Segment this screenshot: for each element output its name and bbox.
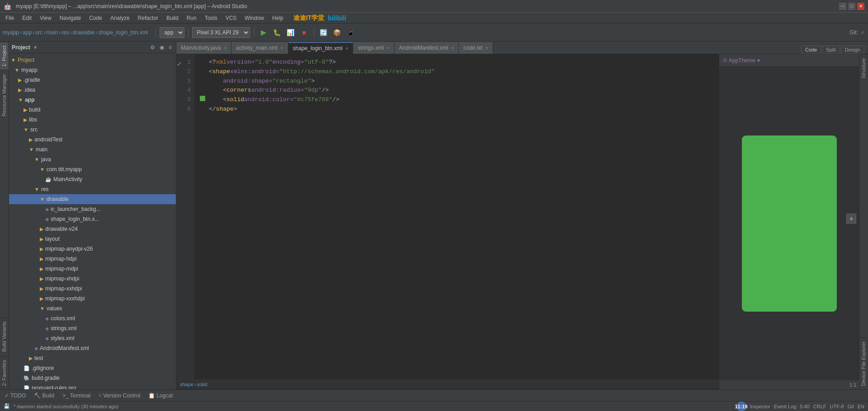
menu-navigate[interactable]: Navigate [56, 14, 85, 22]
tree-mipmap-mdpi[interactable]: ▶ mipmap-mdpi [9, 264, 176, 274]
tab-code[interactable]: code.txt × [459, 42, 493, 54]
tab-mainactivity[interactable]: MainActivity.java × [176, 42, 231, 54]
scope-button[interactable]: ◉ [158, 44, 165, 51]
avd-button[interactable]: 📱 [345, 27, 357, 38]
bc-app[interactable]: app [23, 29, 32, 36]
tab-androidmanifest[interactable]: AndroidManifest.xml × [395, 42, 459, 54]
menu-analyze[interactable]: Analyze [107, 14, 133, 22]
tree-libs[interactable]: ▶ libs [9, 115, 176, 125]
tab-close-strings[interactable]: × [387, 46, 390, 51]
tree-gitignore-app[interactable]: 📄 .gitignore [9, 363, 176, 373]
tree-ic-launcher[interactable]: ◈ ic_launcher_backg... [9, 204, 176, 214]
minimize-button[interactable]: ─ [839, 3, 846, 10]
tree-build-gradle[interactable]: 🐘 build.gradle [9, 373, 176, 383]
tab-activity-main[interactable]: activity_main.xml × [231, 42, 288, 54]
tree-mipmap-hdpi[interactable]: ▶ mipmap-hdpi [9, 254, 176, 264]
tree-drawable[interactable]: ▼ drawable [9, 194, 176, 204]
side-tab-structure[interactable]: Structure [859, 54, 868, 82]
tree-proguard[interactable]: 📄 proguard-rules.pro [9, 383, 176, 389]
menu-file[interactable]: File [2, 14, 18, 22]
zoom-in-button[interactable]: + [846, 214, 856, 224]
tab-close-mainactivity[interactable]: × [224, 46, 226, 51]
menu-code[interactable]: Code [85, 14, 106, 22]
bc-drawable[interactable]: drawable [73, 29, 95, 36]
notification-badge[interactable]: 11:19 [736, 402, 746, 411]
menu-tools[interactable]: Tools [201, 14, 221, 22]
sdk-button[interactable]: 📦 [331, 27, 343, 38]
tree-drawable-v24[interactable]: ▶ drawable-v24 [9, 224, 176, 234]
tab-shape-login[interactable]: shape_login_btn.xml × [288, 42, 354, 54]
tree-mainactivity[interactable]: ☕ MainActivity [9, 174, 176, 184]
side-tab-favorites[interactable]: 2: Favorites [0, 356, 9, 389]
code-view-button[interactable]: Code [801, 46, 821, 54]
close-button[interactable]: ✕ [857, 3, 864, 10]
bc-src[interactable]: src [35, 29, 42, 36]
run-button[interactable]: ▶ [258, 27, 269, 38]
tree-build[interactable]: ▶ build [9, 105, 176, 115]
design-view-button[interactable]: Design [841, 46, 864, 54]
tab-close-code[interactable]: × [486, 46, 488, 51]
tree-mipmap-xxxhdpi[interactable]: ▶ mipmap-xxxhdpi [9, 294, 176, 304]
module-selector[interactable]: app [160, 27, 184, 38]
bottom-tab-build[interactable]: 🔨 Build [32, 390, 56, 401]
code-text-area[interactable]: <?xml version="1.0" encoding="utf-8"?> <… [194, 54, 719, 379]
tree-mipmap-anydpi[interactable]: ▶ mipmap-anydpi-v26 [9, 244, 176, 254]
tree-package[interactable]: ▼ com.ttit.myapp [9, 164, 176, 174]
bc-res[interactable]: res [61, 29, 69, 36]
side-tab-resource-manager[interactable]: Resource Manager [0, 70, 9, 120]
tree-idea[interactable]: ▶ .idea [9, 85, 176, 95]
tree-java[interactable]: ▼ java [9, 154, 176, 164]
theme-selector[interactable]: ⊙ AppTheme ▾ [723, 57, 760, 64]
bottom-tab-terminal[interactable]: >_ Terminal [61, 390, 92, 401]
bc-myapp[interactable]: myapp [3, 29, 19, 36]
tree-mipmap-xhdpi[interactable]: ▶ mipmap-xhdpi [9, 274, 176, 284]
menu-help[interactable]: Help [269, 14, 287, 22]
tree-androidtest[interactable]: ▶ androidTest [9, 135, 176, 145]
tree-project-root[interactable]: ▼ Project [9, 55, 176, 65]
bottom-tab-version-control[interactable]: ⑂ Version Control [97, 390, 142, 401]
tree-gradle[interactable]: ▶ .gradle [9, 75, 176, 85]
tree-shape-login[interactable]: ◈ shape_login_btn.x... [9, 214, 176, 224]
gear-button[interactable]: ⚙ [149, 44, 156, 51]
tree-layout[interactable]: ▶ layout [9, 234, 176, 244]
split-view-button[interactable]: Split [822, 46, 840, 54]
layout-button[interactable]: ≡ [167, 44, 173, 51]
bottom-tab-todo[interactable]: ✓ TODO [3, 390, 28, 401]
tab-close-shape-login[interactable]: × [346, 46, 349, 51]
menu-refactor[interactable]: Refactor [134, 14, 162, 22]
bc-file[interactable]: shape_login_btn.xml [98, 29, 148, 36]
menu-vcs[interactable]: VCS [222, 14, 241, 22]
profile-button[interactable]: 📊 [285, 27, 297, 38]
menu-build[interactable]: Build [163, 14, 182, 22]
tree-androidmanifest[interactable]: ◈ AndroidManifest.xml [9, 343, 176, 353]
tree-colors[interactable]: ◈ colors.xml [9, 313, 176, 323]
bc-main[interactable]: main [46, 29, 58, 36]
tab-close-manifest[interactable]: × [451, 46, 454, 51]
tree-styles[interactable]: ◈ styles.xml [9, 333, 176, 343]
project-dropdown[interactable]: ▼ [33, 45, 38, 50]
tree-main[interactable]: ▼ main [9, 145, 176, 154]
side-tab-build-variants[interactable]: Build Variants [0, 318, 9, 355]
menu-window[interactable]: Window [241, 14, 268, 22]
menu-edit[interactable]: Edit [19, 14, 35, 22]
tree-values[interactable]: ▼ values [9, 304, 176, 313]
sync-button[interactable]: 🔄 [318, 27, 330, 38]
bottom-tab-logcat[interactable]: 📋 Logcat [146, 390, 175, 401]
side-tab-project[interactable]: 1: Project [0, 42, 9, 70]
tree-test[interactable]: ▶ test [9, 353, 176, 363]
tree-mipmap-xxhdpi[interactable]: ▶ mipmap-xxhdpi [9, 284, 176, 294]
menu-view[interactable]: View [36, 14, 55, 22]
tree-app[interactable]: ▼ app [9, 95, 176, 105]
editor-content[interactable]: 1 2 3 4 5 6 <?xml version="1.0" encoding… [176, 54, 719, 379]
device-selector[interactable]: Pixel 3 XL API 29 [192, 27, 250, 38]
menu-run[interactable]: Run [183, 14, 200, 22]
tree-src[interactable]: ▼ src [9, 125, 176, 135]
tree-res[interactable]: ▼ res [9, 184, 176, 194]
side-tab-device-explorer[interactable]: Device File Explorer [859, 337, 868, 389]
tree-strings[interactable]: ◈ strings.xml [9, 323, 176, 333]
maximize-button[interactable]: □ [848, 3, 855, 10]
debug-button[interactable]: 🐛 [271, 27, 283, 38]
stop-button[interactable]: ■ [298, 27, 310, 38]
tab-strings[interactable]: strings.xml × [353, 42, 394, 54]
tab-close-activity-main[interactable]: × [281, 46, 283, 51]
